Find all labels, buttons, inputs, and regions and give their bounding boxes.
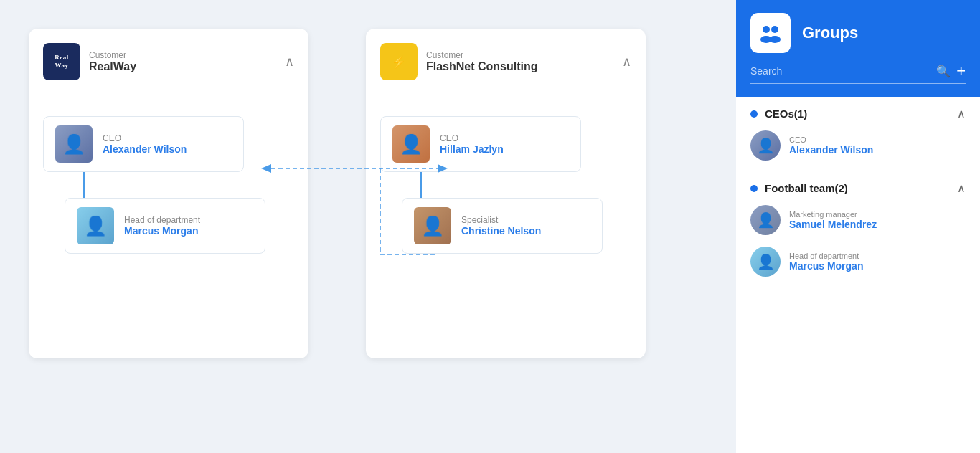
marcus-morgan-role: Head of department <box>124 215 200 225</box>
sidebar-title: Groups <box>802 24 858 42</box>
marcus-sidebar-avatar: 👤 <box>750 247 781 277</box>
samuel-sidebar-info: Marketing manager Samuel Melendrez <box>789 210 877 230</box>
flashnet-header: ⚡ Customer FlashNet Consulting ∧ <box>380 43 631 87</box>
realway-customer-label: Customer <box>89 50 136 60</box>
samuel-sidebar-role: Marketing manager <box>789 210 877 219</box>
marcus-morgan-info: Head of department Marcus Morgan <box>124 215 200 237</box>
flashnet-collapse-button[interactable]: ∧ <box>622 54 631 70</box>
org-charts: RealWay Customer RealWay ∧ 👤 <box>14 14 722 373</box>
sidebar-search-row[interactable]: 🔍 + <box>750 63 966 84</box>
hillam-jazlyn-avatar: 👤 <box>392 125 430 163</box>
alexander-sidebar-info: CEO Alexander Wilson <box>789 135 873 156</box>
ceos-group-dot <box>750 110 758 118</box>
alexander-sidebar-role: CEO <box>789 135 873 144</box>
christine-nelson-name[interactable]: Christine Nelson <box>461 225 541 237</box>
flashnet-logo: ⚡ <box>380 43 418 80</box>
search-input[interactable] <box>750 65 930 77</box>
flashnet-customer-name: FlashNet Consulting <box>426 60 538 73</box>
samuel-sidebar-name[interactable]: Samuel Melendrez <box>789 219 877 230</box>
svg-point-7 <box>763 26 770 33</box>
alexander-wilson-card[interactable]: 👤 CEO Alexander Wilson <box>43 116 244 172</box>
svg-point-8 <box>771 26 778 33</box>
hillam-jazlyn-card[interactable]: 👤 CEO Hillam Jazlyn <box>380 116 581 172</box>
flashnet-org-tree: 👤 CEO Hillam Jazlyn 👤 <box>380 109 631 254</box>
marcus-sidebar-role: Head of department <box>789 252 863 260</box>
groups-icon-box <box>750 13 791 53</box>
realway-org-tree: 👤 CEO Alexander Wilson 👤 <box>43 109 294 254</box>
realway-collapse-button[interactable]: ∧ <box>285 54 294 70</box>
ceos-group-header-left: CEOs(1) <box>750 108 807 120</box>
alexander-wilson-avatar: 👤 <box>55 125 93 163</box>
flashnet-container: ⚡ Customer FlashNet Consulting ∧ 👤 <box>366 29 646 358</box>
alexander-wilson-role: CEO <box>103 133 187 143</box>
hillam-jazlyn-info: CEO Hillam Jazlyn <box>440 133 504 155</box>
alexander-wilson-info: CEO Alexander Wilson <box>103 133 187 155</box>
hillam-jazlyn-role: CEO <box>440 133 504 143</box>
realway-customer-name: RealWay <box>89 60 136 73</box>
flashnet-header-left: ⚡ Customer FlashNet Consulting <box>380 43 538 80</box>
svg-text:⚡: ⚡ <box>392 55 406 69</box>
marcus-morgan-name[interactable]: Marcus Morgan <box>124 225 200 237</box>
realway-header: RealWay Customer RealWay ∧ <box>43 43 294 87</box>
ceos-group-header[interactable]: CEOs(1) ∧ <box>736 97 980 130</box>
search-icon: 🔍 <box>936 65 951 78</box>
alexander-sidebar-avatar: 👤 <box>750 130 781 161</box>
hillam-jazlyn-node: 👤 CEO Hillam Jazlyn <box>380 116 581 172</box>
football-group-header-left: Football team(2) <box>750 182 848 194</box>
svg-point-10 <box>769 36 781 43</box>
alexander-wilson-name[interactable]: Alexander Wilson <box>103 143 187 155</box>
list-item: 👤 Marketing manager Samuel Melendrez <box>750 205 966 235</box>
football-group-title: Football team(2) <box>765 182 848 194</box>
realway-container: RealWay Customer RealWay ∧ 👤 <box>29 29 308 358</box>
marcus-morgan-card[interactable]: 👤 Head of department Marcus Morgan <box>65 198 265 254</box>
list-item: 👤 Head of department Marcus Morgan <box>750 247 966 277</box>
christine-nelson-role: Specialist <box>461 215 541 225</box>
sidebar: Groups 🔍 + CEOs(1) ∧ 👤 <box>736 0 980 453</box>
flashnet-info: Customer FlashNet Consulting <box>426 50 538 73</box>
realway-logo: RealWay <box>43 43 80 80</box>
christine-nelson-info: Specialist Christine Nelson <box>461 215 541 237</box>
flashnet-connector <box>420 172 422 198</box>
christine-nelson-node: 👤 Specialist Christine Nelson <box>402 198 603 254</box>
marcus-sidebar-info: Head of department Marcus Morgan <box>789 252 863 272</box>
sidebar-title-row: Groups <box>750 13 966 53</box>
christine-nelson-avatar: 👤 <box>414 207 451 244</box>
groups-icon <box>758 20 783 46</box>
sidebar-header: Groups 🔍 + <box>736 0 980 97</box>
add-group-button[interactable]: + <box>956 63 966 79</box>
main-canvas: Father New manager fromOctober 15 RealWa… <box>0 0 736 453</box>
realway-ceo-node: 👤 CEO Alexander Wilson <box>43 116 244 172</box>
ceos-group-members: 👤 CEO Alexander Wilson <box>736 130 980 171</box>
groups-list: CEOs(1) ∧ 👤 CEO Alexander Wilson <box>736 97 980 453</box>
marcus-morgan-node: 👤 Head of department Marcus Morgan <box>65 198 265 254</box>
ceos-group-section: CEOs(1) ∧ 👤 CEO Alexander Wilson <box>736 97 980 171</box>
realway-connector <box>83 172 85 198</box>
football-chevron-icon: ∧ <box>957 181 966 195</box>
realway-header-left: RealWay Customer RealWay <box>43 43 136 80</box>
list-item: 👤 CEO Alexander Wilson <box>750 130 966 161</box>
ceos-chevron-icon: ∧ <box>957 107 966 120</box>
football-group-dot <box>750 185 758 192</box>
marcus-morgan-avatar: 👤 <box>77 207 114 244</box>
ceos-group-title: CEOs(1) <box>765 108 807 120</box>
football-group-members: 👤 Marketing manager Samuel Melendrez 👤 H… <box>736 205 980 287</box>
football-group-section: Football team(2) ∧ 👤 Marketing manager S… <box>736 171 980 287</box>
samuel-sidebar-avatar: 👤 <box>750 205 781 235</box>
realway-info: Customer RealWay <box>89 50 136 73</box>
flashnet-customer-label: Customer <box>426 50 538 60</box>
alexander-sidebar-name[interactable]: Alexander Wilson <box>789 144 873 156</box>
marcus-sidebar-name[interactable]: Marcus Morgan <box>789 260 863 272</box>
football-group-header[interactable]: Football team(2) ∧ <box>736 171 980 205</box>
hillam-jazlyn-name[interactable]: Hillam Jazlyn <box>440 143 504 155</box>
christine-nelson-card[interactable]: 👤 Specialist Christine Nelson <box>402 198 603 254</box>
